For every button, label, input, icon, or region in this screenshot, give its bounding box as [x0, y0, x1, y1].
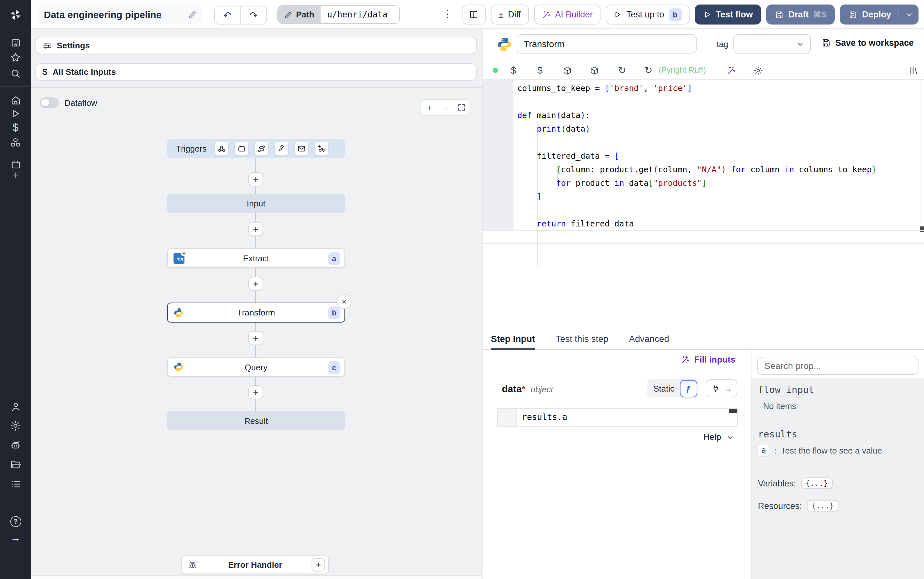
add-step-button[interactable]: +	[248, 172, 263, 186]
websocket-trigger-button[interactable]	[275, 142, 288, 155]
add-error-handler-button[interactable]: +	[312, 558, 325, 572]
email-trigger-button[interactable]	[295, 142, 309, 155]
connect-input-button[interactable]: →	[706, 379, 737, 397]
sidebar-item-runs[interactable]	[0, 106, 31, 121]
reload-button-2[interactable]: ↻	[644, 61, 653, 79]
help-button[interactable]: Help	[483, 432, 734, 442]
sidebar-item-variables[interactable]: $	[0, 121, 31, 135]
sidebar-item-workers[interactable]	[0, 438, 31, 452]
deploy-button[interactable]: Deploy	[840, 5, 918, 25]
sidebar-item-more[interactable]: +	[0, 168, 31, 183]
editor-settings-button[interactable]	[753, 61, 763, 79]
sidebar-expand-button[interactable]: →	[0, 531, 31, 545]
reload-button[interactable]: ↻	[618, 61, 626, 79]
save-to-workspace-button[interactable]: Save to workspace	[821, 38, 914, 48]
triggers-label: Triggers	[176, 144, 206, 154]
sidebar-item-settings[interactable]	[0, 419, 31, 433]
draft-shortcut: ⌘S	[813, 10, 827, 20]
panel-splitter[interactable]	[482, 29, 483, 579]
sidebar-item-resources[interactable]	[0, 136, 31, 150]
schedule-trigger-button[interactable]	[235, 142, 248, 155]
code-editor[interactable]: columns_to_keep = ['brand', 'price'] def…	[483, 79, 924, 230]
save-icon	[775, 10, 784, 19]
test-flow-button[interactable]: Test flow	[694, 5, 761, 25]
plug-icon	[711, 384, 720, 393]
triggers-node[interactable]: Triggers	[167, 139, 345, 158]
calendar-icon	[237, 144, 246, 153]
library-button[interactable]	[908, 61, 918, 79]
deploy-dropdown-button[interactable]	[898, 10, 913, 19]
deselect-node-button[interactable]: ×	[337, 294, 351, 309]
sidebar-item-home[interactable]	[0, 93, 31, 107]
test-up-to-button[interactable]: Test up to b	[606, 5, 689, 25]
flow-panel-footer	[31, 576, 482, 579]
add-step-button[interactable]: +	[248, 385, 263, 399]
step-name-input[interactable]	[517, 34, 697, 54]
diff-button[interactable]: ± Diff	[491, 5, 529, 25]
add-step-button[interactable]: +	[248, 222, 263, 236]
input-node[interactable]: Input	[167, 193, 345, 213]
undo-button[interactable]: ↶	[215, 7, 241, 24]
flow-title-box[interactable]: Data engineering pipeline	[38, 5, 203, 24]
draft-button[interactable]: Draft ⌘S	[766, 5, 835, 25]
flow-input-header[interactable]: flow_input	[758, 384, 917, 395]
variables-row: Variables: {...}	[758, 478, 917, 489]
ai-builder-button[interactable]: AI Builder	[534, 5, 601, 25]
query-node[interactable]: Query c	[167, 357, 345, 377]
python-icon	[497, 37, 512, 52]
editor-resize-border[interactable]	[483, 243, 924, 244]
result-node[interactable]: Result	[167, 411, 345, 430]
result-key-badge[interactable]: a	[758, 445, 769, 456]
wand-icon	[542, 10, 550, 19]
resources-object-badge[interactable]: {...}	[807, 500, 839, 512]
sidebar-item-users[interactable]	[0, 399, 31, 414]
tab-advanced[interactable]: Advanced	[629, 334, 669, 349]
ai-assist-button[interactable]	[727, 61, 736, 79]
tab-step-input[interactable]: Step Input	[491, 334, 535, 350]
package-icon	[562, 65, 572, 75]
tag-select[interactable]	[733, 34, 811, 54]
extract-node[interactable]: TS Extract a	[167, 249, 345, 268]
add-variable-button-2[interactable]: $	[537, 61, 542, 79]
flow-title: Data engineering pipeline	[44, 9, 188, 20]
path-badge[interactable]: Path u/henri/data_	[278, 5, 400, 24]
javascript-mode-button[interactable]: ƒ	[679, 379, 697, 397]
expression-input[interactable]: results.a	[497, 408, 738, 427]
edit-title-button[interactable]	[188, 10, 197, 18]
sidebar-item-search[interactable]	[0, 67, 31, 81]
tab-test-this-step[interactable]: Test this step	[556, 334, 608, 349]
add-resource-button-2[interactable]	[589, 61, 599, 79]
add-resource-button[interactable]	[562, 61, 572, 79]
more-menu-button[interactable]: ⋮	[442, 8, 453, 20]
add-step-button[interactable]: +	[248, 331, 263, 345]
static-mode-label[interactable]: Static	[653, 384, 674, 393]
route-trigger-button[interactable]	[255, 142, 268, 155]
sidebar-item-favorites[interactable]	[0, 50, 31, 64]
function-icon: ƒ	[686, 384, 691, 393]
sidebar-item-logs[interactable]	[0, 477, 31, 491]
add-variable-button[interactable]: $	[511, 61, 516, 79]
docs-button[interactable]	[462, 5, 486, 25]
redo-button[interactable]: ↷	[241, 7, 266, 24]
expression-scrollbar[interactable]	[729, 409, 737, 413]
sidebar-item-help[interactable]: ?	[0, 514, 31, 528]
windmill-logo-icon[interactable]	[0, 0, 31, 29]
variables-object-badge[interactable]: {...}	[801, 478, 833, 489]
results-header[interactable]: results	[758, 429, 917, 439]
fill-inputs-button[interactable]: Fill inputs	[483, 355, 735, 365]
no-items-label: No items	[763, 401, 917, 411]
poll-trigger-button[interactable]	[315, 142, 328, 155]
add-step-button[interactable]: +	[248, 277, 263, 291]
sidebar-item-workspace[interactable]	[0, 36, 31, 50]
input-mode-toggle: Static ƒ	[647, 379, 698, 397]
package-icon	[589, 65, 599, 75]
code-lines: columns_to_keep = ['brand', 'price'] def…	[518, 81, 877, 230]
sidebar-item-folders[interactable]	[0, 457, 31, 472]
redo-icon: ↷	[249, 9, 257, 21]
error-handler-node[interactable]: Error Handler +	[181, 556, 329, 574]
wand-icon	[727, 66, 736, 75]
search-prop-input[interactable]	[757, 357, 919, 375]
webhook-trigger-button[interactable]	[215, 142, 229, 155]
editor-scrollbar-thumb[interactable]	[920, 226, 924, 232]
transform-node[interactable]: Transform b	[167, 303, 345, 322]
